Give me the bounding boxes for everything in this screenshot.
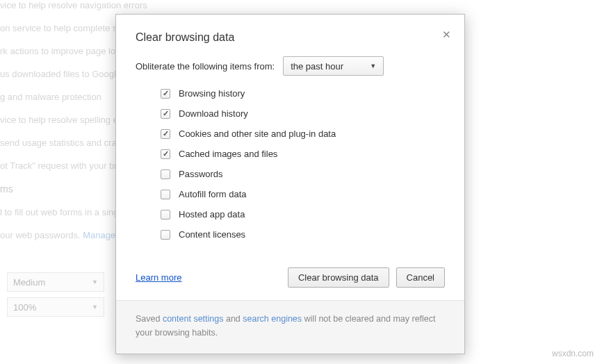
checkbox-label[interactable]: Cookies and other site and plug-in data — [179, 129, 336, 139]
caret-down-icon: ▼ — [370, 63, 376, 69]
check-row-cache: Cached images and files — [161, 149, 445, 159]
obliterate-label: Obliterate the following items from: — [136, 61, 275, 72]
check-row-autofill: Autofill form data — [161, 189, 445, 199]
checkbox-label[interactable]: Hosted app data — [179, 209, 245, 220]
checkbox-label[interactable]: Download history — [179, 108, 248, 119]
watermark: wsxdn.com — [552, 349, 594, 358]
checkbox-label[interactable]: Browsing history — [179, 88, 245, 99]
checkbox-cache[interactable] — [161, 149, 170, 159]
checkbox-passwords[interactable] — [161, 169, 170, 179]
check-row-download-history: Download history — [161, 108, 445, 119]
dialog-title: Clear browsing data — [136, 31, 445, 44]
close-button[interactable]: ✕ — [439, 27, 453, 41]
checkbox-autofill[interactable] — [161, 190, 170, 199]
checkbox-label[interactable]: Passwords — [179, 169, 223, 179]
checkbox-download-history[interactable] — [161, 109, 170, 119]
check-row-cookies: Cookies and other site and plug-in data — [161, 129, 445, 139]
dialog-note: Saved content settings and search engine… — [116, 300, 464, 354]
dialog-footer: Learn more Clear browsing data Cancel — [116, 260, 464, 300]
cancel-button[interactable]: Cancel — [396, 267, 445, 288]
obliterate-row: Obliterate the following items from: the… — [136, 56, 445, 76]
caret-down-icon: ▼ — [92, 304, 98, 311]
time-range-value: the past hour — [291, 61, 343, 72]
bg-select-font-size: Medium▼ — [7, 272, 104, 292]
checkbox-label[interactable]: Autofill form data — [179, 189, 247, 199]
clear-browsing-data-button[interactable]: Clear browsing data — [288, 267, 389, 288]
dialog-buttons: Clear browsing data Cancel — [288, 267, 445, 288]
search-engines-link[interactable]: search engines — [243, 314, 302, 324]
dialog-body: Obliterate the following items from: the… — [116, 56, 464, 260]
check-row-browsing-history: Browsing history — [161, 88, 445, 99]
checkbox-browsing-history[interactable] — [161, 89, 170, 99]
check-row-content-licenses: Content licenses — [161, 229, 445, 240]
bg-line: vice to help resolve navigation errors — [0, 0, 602, 10]
check-row-hosted-app: Hosted app data — [161, 209, 445, 220]
checkbox-label[interactable]: Cached images and files — [179, 149, 277, 159]
content-settings-link[interactable]: content settings — [163, 314, 224, 324]
checkbox-hosted-app[interactable] — [161, 210, 170, 220]
bg-select-zoom: 100%▼ — [7, 297, 104, 317]
checkbox-cookies[interactable] — [161, 129, 170, 139]
close-icon: ✕ — [442, 28, 451, 40]
checkbox-content-licenses[interactable] — [161, 230, 170, 240]
clear-browsing-data-dialog: Clear browsing data ✕ Obliterate the fol… — [115, 14, 465, 354]
learn-more-link[interactable]: Learn more — [136, 272, 181, 283]
dialog-header: Clear browsing data ✕ — [116, 15, 464, 56]
check-row-passwords: Passwords — [161, 169, 445, 179]
caret-down-icon: ▼ — [92, 279, 98, 286]
checkbox-label[interactable]: Content licenses — [179, 229, 245, 240]
time-range-select[interactable]: the past hour ▼ — [283, 56, 384, 76]
